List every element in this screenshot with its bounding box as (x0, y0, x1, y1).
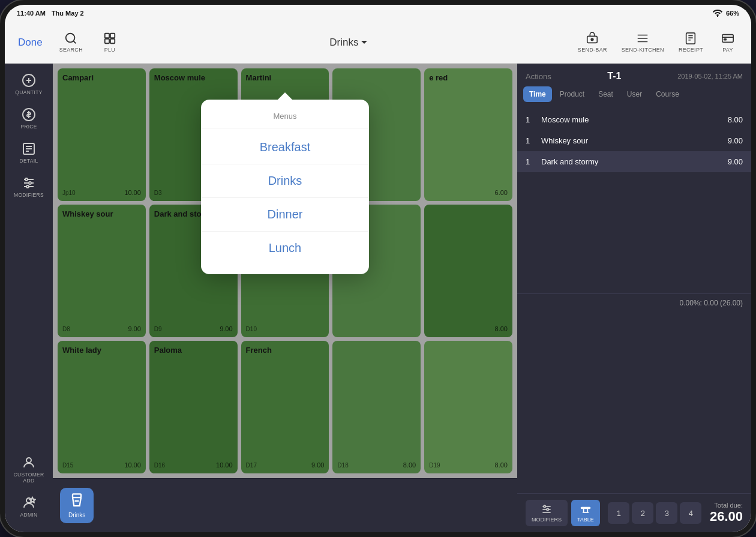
pay-label: PAY (722, 47, 733, 53)
detail-button[interactable]: DETAIL (8, 137, 50, 169)
send-kitchen-icon (636, 32, 649, 45)
svg-point-0 (66, 34, 75, 43)
customer-icon (22, 455, 36, 470)
receipt-icon (684, 32, 697, 45)
plu-icon (103, 32, 116, 45)
price-label: PRICE (20, 124, 37, 130)
send-bar-label: SEND-BAR (578, 47, 607, 53)
svg-rect-14 (724, 39, 727, 40)
tab-user[interactable]: User (621, 86, 648, 102)
order-item-selected[interactable]: 1 Dark and stormy 9.00 (517, 151, 751, 172)
svg-point-36 (544, 505, 545, 507)
sidebar-bottom: CUSTOMER ADD ADMIN (8, 451, 50, 527)
toolbar-right: SEND-BAR SEND-KITCHEN RECEIPT (572, 29, 744, 55)
order-item-price: 9.00 (728, 157, 743, 166)
order-item-name: Moscow mule (541, 115, 722, 124)
seat-3-button[interactable]: 3 (656, 502, 677, 524)
app-content: Done SEARCH PLU Drinks (5, 22, 751, 532)
admin-label: ADMIN (20, 512, 38, 518)
order-empty-space (517, 312, 751, 494)
menu-dinner-item[interactable]: Dinner (201, 198, 369, 232)
order-items: 1 Moscow mule 8.00 1 Whiskey sour 9.00 1… (517, 107, 751, 293)
order-item[interactable]: 1 Moscow mule 8.00 (517, 109, 751, 130)
center-area: Campari Jp10 10.00 Moscow mule D3 8.00 (53, 64, 517, 532)
order-bottom: MODIFIERS TABLE 1 2 (517, 493, 751, 532)
svg-rect-3 (110, 34, 115, 38)
admin-icon (22, 496, 36, 510)
send-bar-button[interactable]: SEND-BAR (572, 29, 613, 55)
table-action-label: TABLE (577, 517, 594, 523)
tab-course[interactable]: Course (650, 86, 685, 102)
seat-2-button[interactable]: 2 (632, 502, 653, 524)
bottom-dock: Drinks (53, 478, 517, 532)
order-item-name: Whiskey sour (541, 136, 722, 145)
order-summary: 0.00%: 0.00 (26.00) (517, 293, 751, 312)
total-due-label: Total due: (710, 502, 743, 509)
order-item-price: 8.00 (728, 115, 743, 124)
price-icon (22, 107, 36, 122)
customer-label: CUSTOMER ADD (11, 472, 46, 484)
svg-point-28 (26, 185, 29, 188)
device-frame: 11:40 AM Thu May 2 66% Done SEARCH (0, 0, 756, 537)
menu-breakfast-item[interactable]: Breakfast (201, 131, 369, 164)
tab-time[interactable]: Time (523, 86, 552, 102)
drinks-dock-icon (68, 493, 85, 509)
search-button[interactable]: SEARCH (53, 29, 89, 55)
chevron-down-icon (361, 40, 368, 45)
admin-button[interactable]: ADMIN (8, 491, 50, 523)
price-button[interactable]: PRICE (8, 103, 50, 134)
order-item[interactable]: 1 Whiskey sour 9.00 (517, 130, 751, 151)
menu-selector-button[interactable]: Drinks (329, 37, 368, 49)
receipt-button[interactable]: RECEIPT (673, 29, 709, 55)
pay-button[interactable]: PAY (712, 29, 744, 55)
status-right: 66% (713, 10, 739, 17)
svg-rect-5 (110, 39, 115, 43)
seat-buttons: 1 2 3 4 (604, 502, 706, 524)
send-bar-icon (586, 32, 599, 45)
seat-1-button[interactable]: 1 (608, 502, 629, 524)
detail-icon (22, 142, 36, 156)
customer-add-button[interactable]: CUSTOMER ADD (8, 451, 50, 488)
search-label: SEARCH (59, 47, 83, 53)
menu-lunch-item[interactable]: Lunch (201, 232, 369, 265)
dropdown-menu: Menus Breakfast Drinks Dinner Lunch (201, 100, 369, 274)
seat-4-button[interactable]: 4 (680, 502, 701, 524)
dock-item-drinks[interactable]: Drinks (60, 488, 94, 523)
plu-label: PLU (104, 47, 115, 53)
right-panel: Actions T-1 2019-05-02, 11:25 AM Time Pr… (517, 64, 751, 532)
menu-selector-text: Drinks (329, 37, 358, 49)
plu-button[interactable]: PLU (94, 29, 126, 55)
modifiers-label: MODIFIERS (14, 192, 44, 198)
date-display: Thu May 2 (52, 10, 84, 17)
menu-selector: Drinks (131, 37, 567, 49)
svg-rect-8 (686, 33, 695, 44)
modifiers-button[interactable]: MODIFIERS (8, 171, 50, 203)
menu-drinks-item[interactable]: Drinks (201, 164, 369, 198)
top-bar: Done SEARCH PLU Drinks (5, 22, 751, 64)
svg-point-7 (591, 38, 593, 41)
svg-point-37 (547, 508, 548, 510)
send-kitchen-button[interactable]: SEND-KITCHEN (616, 29, 670, 55)
order-item-qty: 1 (526, 157, 535, 166)
quantity-icon (22, 73, 36, 88)
timestamp-label: 2019-05-02, 11:25 AM (677, 73, 743, 80)
done-button[interactable]: Done (12, 33, 49, 52)
quantity-label: QUANTITY (15, 89, 42, 95)
tab-seat[interactable]: Seat (592, 86, 619, 102)
detail-label: DETAIL (20, 158, 38, 164)
status-left: 11:40 AM Thu May 2 (17, 10, 84, 17)
modifiers-action-button[interactable]: MODIFIERS (526, 500, 568, 526)
tab-product[interactable]: Product (554, 86, 590, 102)
quantity-button[interactable]: QUANTITY (8, 68, 50, 100)
left-sidebar: QUANTITY PRICE DETAI (5, 64, 53, 532)
receipt-label: RECEIPT (679, 47, 703, 53)
battery-display: 66% (726, 10, 739, 17)
table-action-button[interactable]: TABLE (571, 500, 600, 526)
dropdown-overlay[interactable]: Menus Breakfast Drinks Dinner Lunch (53, 64, 517, 478)
svg-rect-2 (105, 34, 109, 38)
order-item-qty: 1 (526, 136, 535, 145)
main-area: QUANTITY PRICE DETAI (5, 64, 751, 532)
modifiers-bottom-icon (541, 503, 553, 515)
svg-rect-12 (722, 35, 733, 43)
table-icon (580, 503, 592, 515)
